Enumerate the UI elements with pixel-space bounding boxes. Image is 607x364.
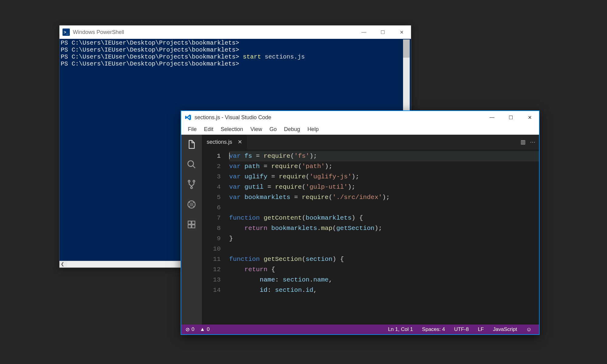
extensions-icon[interactable] bbox=[186, 219, 197, 230]
git-icon[interactable] bbox=[186, 179, 197, 190]
menu-go[interactable]: Go bbox=[266, 125, 280, 134]
tab-label: sections.js bbox=[207, 139, 232, 145]
menu-file[interactable]: File bbox=[184, 125, 200, 134]
code-content[interactable]: var fs = require('fs');var path = requir… bbox=[226, 149, 539, 325]
vscode-tabs: sections.js ✕ ▥ ⋯ bbox=[202, 135, 539, 149]
menu-help[interactable]: Help bbox=[304, 125, 322, 134]
svg-rect-9 bbox=[192, 221, 195, 224]
vscode-window: sections.js - Visual Studio Code — ☐ ✕ F… bbox=[181, 110, 540, 335]
close-button[interactable]: ✕ bbox=[392, 25, 411, 39]
feedback-icon[interactable]: ☺ bbox=[523, 326, 535, 333]
scrollbar-thumb[interactable] bbox=[403, 39, 410, 58]
warnings-icon: ▲ bbox=[200, 326, 205, 332]
svg-rect-7 bbox=[188, 225, 191, 228]
vscode-activitybar bbox=[181, 135, 202, 325]
status-eol[interactable]: LF bbox=[475, 326, 487, 332]
maximize-button[interactable]: ☐ bbox=[373, 25, 392, 39]
more-actions-icon[interactable]: ⋯ bbox=[530, 139, 535, 145]
tab-close-icon[interactable]: ✕ bbox=[238, 139, 242, 145]
menu-debug[interactable]: Debug bbox=[280, 125, 304, 134]
svg-point-3 bbox=[191, 187, 192, 189]
status-language[interactable]: JavaScript bbox=[490, 326, 520, 332]
vscode-icon bbox=[185, 114, 192, 121]
svg-point-5 bbox=[190, 203, 193, 206]
line-number-gutter: 1234567891011121314 bbox=[202, 149, 226, 325]
menu-selection[interactable]: Selection bbox=[217, 125, 247, 134]
debug-icon[interactable] bbox=[186, 199, 197, 210]
maximize-button[interactable]: ☐ bbox=[501, 111, 520, 124]
svg-rect-8 bbox=[192, 225, 195, 228]
menu-edit[interactable]: Edit bbox=[200, 125, 217, 134]
vscode-title: sections.js - Visual Studio Code bbox=[195, 114, 271, 121]
warnings-count: 0 bbox=[207, 326, 209, 332]
errors-icon: ⊘ bbox=[185, 326, 190, 333]
status-encoding[interactable]: UTF-8 bbox=[451, 326, 472, 332]
status-spaces[interactable]: Spaces: 4 bbox=[419, 326, 448, 332]
vscode-menubar: FileEditSelectionViewGoDebugHelp bbox=[181, 124, 539, 135]
status-problems[interactable]: ⊘ 0 ▲ 0 bbox=[185, 326, 210, 333]
close-button[interactable]: ✕ bbox=[520, 111, 539, 124]
scroll-left-arrow-icon[interactable]: ❮ bbox=[61, 261, 64, 266]
vscode-statusbar: ⊘ 0 ▲ 0 Ln 1, Col 1 Spaces: 4 UTF-8 LF J… bbox=[181, 325, 539, 334]
search-icon[interactable] bbox=[186, 159, 197, 170]
menu-view[interactable]: View bbox=[247, 125, 266, 134]
split-editor-icon[interactable]: ▥ bbox=[521, 139, 526, 145]
minimize-button[interactable]: — bbox=[354, 25, 373, 39]
errors-count: 0 bbox=[192, 326, 194, 332]
svg-point-0 bbox=[188, 161, 194, 167]
powershell-titlebar[interactable]: >_ Windows PowerShell — ☐ ✕ bbox=[59, 25, 411, 39]
vscode-titlebar[interactable]: sections.js - Visual Studio Code — ☐ ✕ bbox=[181, 111, 539, 124]
vscode-editor[interactable]: 1234567891011121314 var fs = require('fs… bbox=[202, 149, 539, 325]
vscode-editor-area: sections.js ✕ ▥ ⋯ 1234567891011121314 va… bbox=[202, 135, 539, 325]
minimize-button[interactable]: — bbox=[483, 111, 501, 124]
svg-point-1 bbox=[188, 180, 190, 182]
tab-sections-js[interactable]: sections.js ✕ bbox=[202, 135, 247, 149]
vscode-main: sections.js ✕ ▥ ⋯ 1234567891011121314 va… bbox=[181, 135, 539, 325]
powershell-icon: >_ bbox=[63, 29, 70, 36]
svg-rect-6 bbox=[188, 221, 191, 224]
svg-point-2 bbox=[193, 180, 195, 182]
files-icon[interactable] bbox=[186, 139, 197, 150]
status-ln-col[interactable]: Ln 1, Col 1 bbox=[385, 326, 416, 332]
powershell-title: Windows PowerShell bbox=[73, 29, 124, 35]
